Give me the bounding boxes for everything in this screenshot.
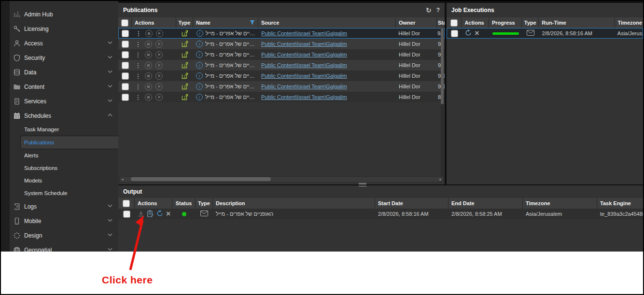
rerun-icon[interactable] <box>156 210 163 218</box>
row-checkbox[interactable] <box>451 30 458 37</box>
play-icon[interactable] <box>155 72 163 80</box>
publication-row[interactable]: ⋮ 1 i האופניים של אפרים - מייל Public Co… <box>118 60 445 70</box>
col-actions[interactable]: Actions <box>135 198 172 209</box>
stop-icon[interactable] <box>145 51 152 58</box>
col-task-engine[interactable]: Task Engine <box>597 198 643 209</box>
stop-icon[interactable] <box>145 62 152 69</box>
info-icon[interactable]: i <box>196 94 203 100</box>
kebab-menu-icon[interactable]: ⋮ <box>135 62 141 69</box>
kebab-menu-icon[interactable]: ⋮ <box>135 83 141 90</box>
info-icon[interactable]: i <box>196 62 203 69</box>
stop-icon[interactable] <box>145 72 152 80</box>
sidebar-item-licensing[interactable]: Licensing <box>10 22 118 36</box>
col-end-date[interactable]: End Date <box>448 198 523 209</box>
chevron-down-icon[interactable] <box>108 219 112 224</box>
stop-icon[interactable] <box>145 41 152 48</box>
chevron-down-icon[interactable] <box>108 99 112 104</box>
row-checkbox[interactable] <box>123 211 130 218</box>
info-icon[interactable]: i <box>196 30 203 37</box>
col-start[interactable]: Sta <box>437 17 445 28</box>
row-checkbox[interactable] <box>122 51 129 58</box>
sidebar-item-admin-hub[interactable]: Admin Hub <box>10 7 118 22</box>
row-checkbox[interactable] <box>122 72 129 80</box>
publication-row[interactable]: ⋮ 1 i האופניים של אפרים - מייל Public Co… <box>118 70 445 81</box>
col-actions[interactable]: Actions <box>132 17 176 28</box>
col-timezone[interactable]: Timezone <box>523 198 597 209</box>
kebab-menu-icon[interactable]: ⋮ <box>135 30 142 37</box>
kebab-menu-icon[interactable]: ⋮ <box>135 41 141 48</box>
filter-icon[interactable] <box>250 20 255 26</box>
source-link[interactable]: Public Content\Israel Team\Galgalim <box>261 52 347 57</box>
sidebar-item-schedules[interactable]: Schedules <box>10 109 118 123</box>
sidebar-item-access[interactable]: Access <box>10 36 118 51</box>
chevron-down-icon[interactable] <box>108 84 112 89</box>
view-log-icon[interactable] <box>147 210 154 218</box>
chevron-down-icon[interactable] <box>108 41 112 46</box>
row-checkbox[interactable] <box>122 30 129 37</box>
publications-vertical-scrollbar[interactable] <box>441 28 444 178</box>
play-icon[interactable] <box>156 30 163 37</box>
chevron-down-icon[interactable] <box>108 233 112 238</box>
col-type[interactable]: Type <box>176 17 193 28</box>
rerun-icon[interactable] <box>465 29 472 37</box>
col-name[interactable]: Name <box>193 17 258 28</box>
kebab-menu-icon[interactable]: ⋮ <box>135 51 141 58</box>
chevron-down-icon[interactable] <box>108 204 112 209</box>
source-link[interactable]: Public Content\Israel Team\Galgalim <box>261 62 347 68</box>
row-checkbox[interactable] <box>122 41 129 48</box>
scroll-left-arrow[interactable]: ◂ <box>120 177 125 182</box>
sidebar-item-services[interactable]: Services <box>10 94 118 109</box>
sidebar-item-alerts[interactable]: Alerts <box>10 149 118 162</box>
play-icon[interactable] <box>155 41 163 48</box>
select-all-checkbox[interactable] <box>123 200 130 207</box>
info-icon[interactable]: i <box>196 41 203 47</box>
sidebar-item-design[interactable]: Design <box>10 228 118 243</box>
publication-row[interactable]: ⋮ 1 i האופניים של אפרים - מייל Public Co… <box>118 39 445 49</box>
publication-row[interactable]: ⋮ 1 i האופניים של אפרים - מייל Public Co… <box>118 92 445 102</box>
row-checkbox[interactable] <box>122 83 129 90</box>
publication-row[interactable]: ⋮ 1 i האופניים של אפרים - מייל Public Co… <box>118 28 445 39</box>
row-checkbox[interactable] <box>122 94 129 101</box>
chevron-up-icon[interactable] <box>108 113 112 118</box>
kebab-menu-icon[interactable]: ⋮ <box>135 72 141 80</box>
col-type[interactable]: Type <box>196 198 213 209</box>
output-row[interactable]: × האופניים של אפרים - מייל 2/8/2026, 8:5… <box>118 209 643 219</box>
panel-refresh-icon[interactable]: ↻ <box>426 6 432 14</box>
stop-icon[interactable] <box>145 94 152 101</box>
source-link[interactable]: Public Content\Israel Team\Galgalim <box>261 94 347 100</box>
play-icon[interactable] <box>155 51 163 58</box>
col-owner[interactable]: Owner <box>396 17 437 28</box>
scrollbar-thumb[interactable] <box>131 177 271 181</box>
kebab-menu-icon[interactable]: ⋮ <box>135 94 141 101</box>
sidebar-item-system-schedule[interactable]: System Schedule <box>10 187 118 199</box>
source-link[interactable]: Public Content\Israel Team\Galgalim <box>261 84 347 89</box>
col-description[interactable]: Description <box>213 198 375 209</box>
col-type[interactable]: Type <box>522 17 539 28</box>
play-icon[interactable] <box>155 62 163 69</box>
sidebar-item-subscriptions[interactable]: Subscriptions <box>10 162 118 174</box>
col-start-date[interactable]: Start Date <box>375 198 448 209</box>
play-icon[interactable] <box>155 94 163 101</box>
chevron-down-icon[interactable] <box>108 56 112 60</box>
col-source[interactable]: Source <box>258 17 396 28</box>
help-icon[interactable]: ? <box>436 7 440 14</box>
select-all-checkbox[interactable] <box>450 19 458 27</box>
chevron-down-icon[interactable] <box>108 70 112 75</box>
info-icon[interactable]: i <box>196 72 203 79</box>
publication-row[interactable]: ⋮ 1 i האופניים של אפרים - מייל Public Co… <box>118 49 445 60</box>
col-progress[interactable]: Progress <box>489 17 522 28</box>
col-actions[interactable]: Actions <box>462 17 489 28</box>
col-run-time[interactable]: Run-Time <box>539 17 615 28</box>
source-link[interactable]: Public Content\Israel Team\Galgalim <box>261 41 347 47</box>
select-all-checkbox[interactable] <box>121 19 128 27</box>
play-icon[interactable] <box>155 83 163 90</box>
sidebar-item-models[interactable]: Models <box>10 174 118 187</box>
stop-icon[interactable] <box>145 83 152 90</box>
sidebar-item-publications[interactable]: Publications <box>20 136 118 149</box>
sidebar-item-security[interactable]: Security <box>10 51 118 65</box>
cancel-icon[interactable]: × <box>166 210 170 218</box>
stop-icon[interactable] <box>145 30 153 37</box>
sidebar-item-mobile[interactable]: Mobile <box>10 214 118 228</box>
panel-splitter-grip[interactable] <box>359 183 366 186</box>
sidebar-item-data[interactable]: Data <box>10 65 118 80</box>
